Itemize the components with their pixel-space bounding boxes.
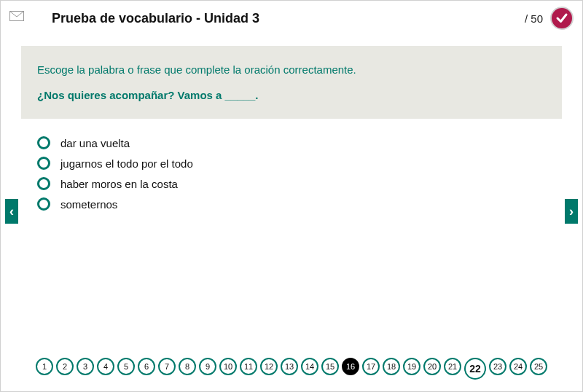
chevron-left-icon: ‹	[9, 205, 14, 218]
page-title: Prueba de vocabulario - Unidad 3	[52, 11, 259, 26]
option-1[interactable]: dar una vuelta	[37, 136, 193, 149]
page-button-8[interactable]: 8	[179, 358, 196, 375]
quiz-frame: Prueba de vocabulario - Unidad 3 / 50 Es…	[0, 0, 583, 392]
page-button-11[interactable]: 11	[240, 358, 257, 375]
page-button-5[interactable]: 5	[117, 358, 135, 375]
page-button-12[interactable]: 12	[260, 358, 278, 375]
page-button-23[interactable]: 23	[489, 358, 506, 375]
page-button-25[interactable]: 25	[530, 358, 547, 375]
page-button-16[interactable]: 16	[342, 358, 359, 375]
option-label: dar una vuelta	[60, 137, 130, 149]
page-button-1[interactable]: 1	[36, 358, 53, 375]
page-button-18[interactable]: 18	[383, 358, 400, 375]
page-button-14[interactable]: 14	[301, 358, 318, 375]
check-icon	[555, 11, 569, 26]
page-button-9[interactable]: 9	[199, 358, 216, 375]
page-button-17[interactable]: 17	[362, 358, 380, 375]
question-text: ¿Nos quieres acompañar? Vamos a _____.	[37, 89, 546, 101]
page-button-20[interactable]: 20	[423, 358, 441, 375]
option-3[interactable]: haber moros en la costa	[37, 177, 193, 190]
page-button-7[interactable]: 7	[158, 358, 176, 375]
score-display: / 50	[525, 12, 543, 25]
option-label: jugarnos el todo por el todo	[60, 157, 193, 170]
page-button-15[interactable]: 15	[321, 358, 339, 375]
options-list: dar una vuelta jugarnos el todo por el t…	[37, 136, 193, 218]
page-button-22[interactable]: 22	[464, 358, 486, 380]
prompt-box: Escoge la palabra o frase que complete l…	[21, 46, 562, 119]
prev-button[interactable]: ‹	[5, 199, 18, 224]
radio-icon	[37, 197, 50, 211]
pager: 1234567891011121314151617181920212223242…	[1, 358, 582, 380]
header: Prueba de vocabulario - Unidad 3 / 50	[1, 8, 582, 31]
page-button-6[interactable]: 6	[138, 358, 155, 375]
page-button-21[interactable]: 21	[444, 358, 461, 375]
page-button-2[interactable]: 2	[56, 358, 74, 375]
page-button-3[interactable]: 3	[77, 358, 94, 375]
instruction-text: Escoge la palabra o frase que complete l…	[37, 63, 546, 76]
page-button-24[interactable]: 24	[509, 358, 527, 375]
chevron-right-icon: ›	[569, 205, 574, 218]
page-button-4[interactable]: 4	[97, 358, 114, 375]
option-4[interactable]: someternos	[37, 197, 193, 211]
page-button-10[interactable]: 10	[219, 358, 237, 375]
mail-icon[interactable]	[9, 11, 24, 24]
radio-icon	[37, 177, 50, 190]
option-label: someternos	[60, 198, 117, 211]
submit-button[interactable]	[550, 7, 574, 30]
next-button[interactable]: ›	[565, 199, 578, 224]
radio-icon	[37, 157, 50, 170]
page-button-19[interactable]: 19	[403, 358, 420, 375]
page-button-13[interactable]: 13	[281, 358, 298, 375]
option-label: haber moros en la costa	[60, 178, 178, 190]
radio-icon	[37, 136, 50, 149]
option-2[interactable]: jugarnos el todo por el todo	[37, 157, 193, 170]
